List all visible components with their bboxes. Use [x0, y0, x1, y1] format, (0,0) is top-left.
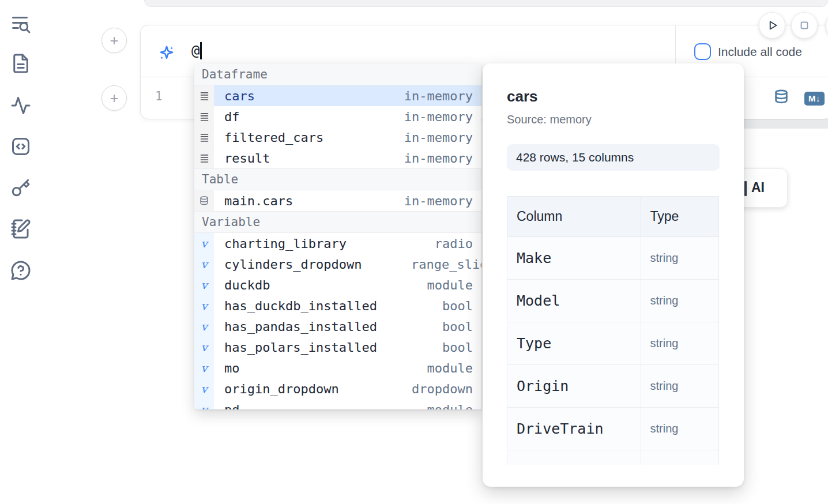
- notebook-canvas: + + @ Include all code 1: [0, 0, 828, 504]
- variable-icon: v: [194, 316, 214, 337]
- include-all-code-label: Include all code: [718, 45, 802, 59]
- autocomplete-dropdown: Dataframe carsin-memory dfin-memory filt…: [194, 63, 481, 409]
- autocomplete-item-mo[interactable]: v momodule: [194, 358, 481, 378]
- file-text-icon[interactable]: [10, 52, 32, 74]
- database-icon[interactable]: [773, 88, 789, 109]
- autocomplete-item-cars[interactable]: carsin-memory: [194, 85, 481, 106]
- table-row: [507, 450, 719, 465]
- left-sidebar: [0, 0, 42, 504]
- code-square-icon[interactable]: [10, 136, 32, 157]
- preview-source: Source: memory: [507, 113, 720, 126]
- run-cell-button[interactable]: [759, 12, 785, 39]
- autocomplete-item-pd[interactable]: v pdmodule: [194, 399, 481, 409]
- search-list-icon[interactable]: [10, 13, 32, 35]
- column-header: Column: [507, 197, 641, 237]
- text-caret: [200, 42, 202, 59]
- ai-prompt-value: @: [191, 43, 200, 59]
- dataframe-rows-icon: [194, 106, 214, 127]
- autocomplete-item-charting-library[interactable]: v charting_libraryradio: [194, 233, 481, 254]
- section-header-variable: Variable: [194, 211, 481, 233]
- dataframe-rows-icon: [194, 127, 214, 148]
- stop-icon: [797, 18, 812, 33]
- notebook-pen-icon[interactable]: [10, 218, 32, 240]
- variable-icon: v: [194, 399, 214, 409]
- variable-icon: v: [194, 274, 214, 295]
- autocomplete-item-df[interactable]: dfin-memory: [194, 106, 481, 127]
- table-row: DriveTrain string: [507, 408, 719, 450]
- variable-icon: v: [194, 254, 214, 274]
- type-header: Type: [641, 197, 718, 237]
- section-header-table: Table: [194, 168, 481, 190]
- clipped-letter: [744, 181, 747, 196]
- autocomplete-item-origin-dropdown[interactable]: v origin_dropdowndropdown: [194, 378, 481, 399]
- previous-cell-edge: [144, 0, 828, 7]
- add-cell-button[interactable]: +: [101, 28, 127, 53]
- autocomplete-item-filtered-cars[interactable]: filtered_carsin-memory: [194, 127, 481, 148]
- autocomplete-item-result[interactable]: resultin-memory: [194, 148, 481, 168]
- stop-button[interactable]: [791, 12, 818, 39]
- help-circle-icon[interactable]: [10, 259, 32, 281]
- include-all-code-checkbox[interactable]: [694, 43, 711, 60]
- section-header-dataframe: Dataframe: [194, 63, 481, 85]
- variable-icon: v: [194, 295, 214, 316]
- autocomplete-item-main-cars[interactable]: main.carsin-memory: [194, 190, 481, 211]
- play-icon: [765, 18, 780, 33]
- add-cell-button[interactable]: +: [101, 85, 127, 111]
- variable-icon: v: [194, 233, 214, 254]
- variable-icon: v: [194, 358, 214, 378]
- table-row: Make string: [507, 237, 719, 280]
- markdown-icon[interactable]: M↓: [804, 92, 825, 106]
- sparkles-ai-icon: [158, 44, 175, 62]
- autocomplete-item-has-polars-installed[interactable]: v has_polars_installedbool: [194, 337, 481, 358]
- table-row: Origin string: [507, 365, 719, 408]
- preview-title: cars: [507, 88, 720, 106]
- preview-schema-table: Column Type Make string Model string Typ…: [507, 196, 719, 465]
- autocomplete-item-duckdb[interactable]: v duckdbmodule: [194, 274, 481, 295]
- variable-icon: v: [194, 337, 214, 358]
- autocomplete-item-has-duckdb-installed[interactable]: v has_duckdb_installedbool: [194, 295, 481, 316]
- dataframe-rows-icon: [194, 148, 214, 168]
- dataframe-preview-popup: cars Source: memory 428 rows, 15 columns…: [483, 63, 744, 487]
- ai-prompt-input[interactable]: @: [191, 42, 202, 59]
- preview-summary-badge: 428 rows, 15 columns: [507, 144, 720, 171]
- table-row: Model string: [507, 280, 719, 322]
- activity-icon[interactable]: [10, 95, 32, 116]
- variable-icon: v: [194, 378, 214, 399]
- autocomplete-item-has-pandas-installed[interactable]: v has_pandas_installedbool: [194, 316, 481, 337]
- dataframe-rows-icon: [194, 85, 214, 106]
- line-number: 1: [155, 89, 163, 103]
- autocomplete-item-cylinders-dropdown[interactable]: v cylinders_dropdownrange_slider: [194, 254, 481, 274]
- table-database-icon: [194, 190, 214, 211]
- table-row: Type string: [507, 322, 719, 365]
- key-icon[interactable]: [10, 176, 32, 198]
